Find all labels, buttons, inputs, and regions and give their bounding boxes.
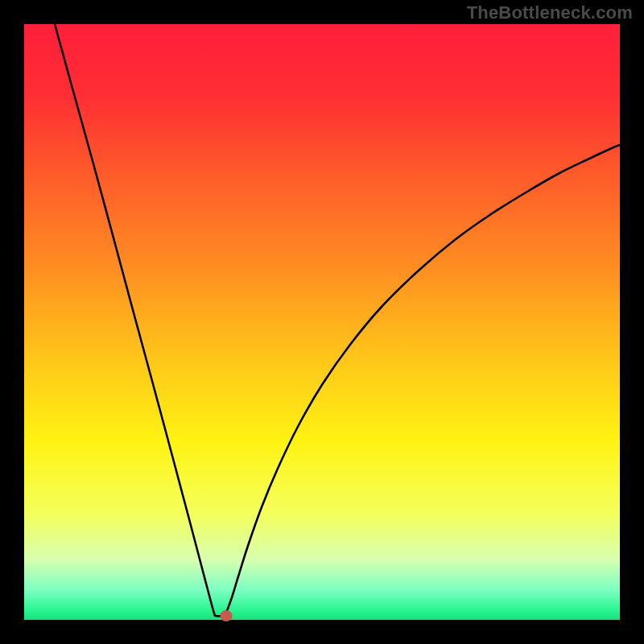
minimum-marker [221, 610, 233, 621]
curve-layer [24, 24, 620, 620]
plot-area [24, 24, 620, 620]
watermark-text: TheBottleneck.com [467, 2, 633, 23]
chart-frame: TheBottleneck.com [0, 0, 644, 644]
gradient-background [24, 24, 620, 620]
